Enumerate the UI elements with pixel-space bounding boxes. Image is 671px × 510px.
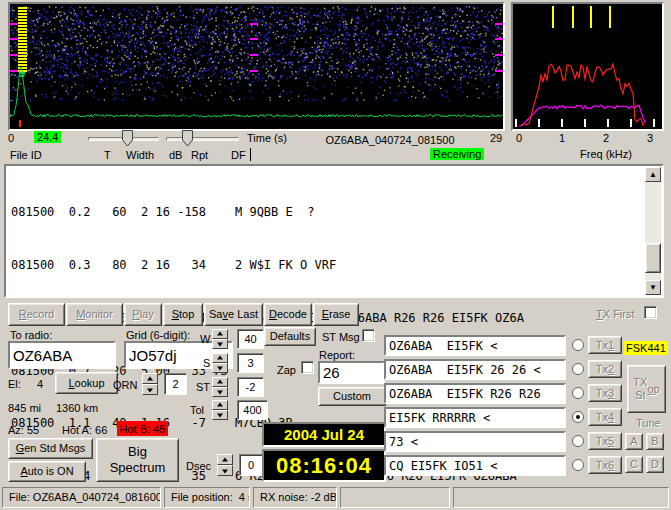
slider-thumb-1[interactable] [122,130,133,147]
s-value[interactable]: 3 [237,353,264,373]
tol-label: Tol [190,404,204,416]
s-label: S [203,357,210,369]
tx-radio-4[interactable] [572,411,584,423]
tx1-button[interactable]: Tx1 [588,336,622,354]
tx-radio-3[interactable] [572,387,584,399]
tx-radio-6[interactable] [572,459,584,471]
waterfall-frame [8,2,505,131]
custom-button[interactable]: Custom [318,387,386,406]
to-radio-label: To radio: [10,329,52,341]
scrollbar[interactable]: ▲ ▼ [645,167,661,295]
tx-message-3[interactable] [384,383,566,404]
tune-a-button[interactable]: A [625,433,643,450]
tune-c-button[interactable]: C [625,456,643,473]
w-value[interactable]: 40 [237,329,264,349]
status-panel-empty-1 [340,487,450,508]
col-t: T [104,149,111,161]
slider-track-2[interactable] [166,137,239,141]
tx2-button[interactable]: Tx2 [588,360,622,378]
w-spinner[interactable] [212,329,228,349]
play-button[interactable]: Play [124,303,162,326]
freq-tick-0: 0 [516,132,522,144]
waterfall-display[interactable] [10,4,503,129]
tx-radio-5[interactable] [572,435,584,447]
distance-km: 1360 km [56,402,98,414]
tx-radio-2[interactable] [572,363,584,375]
status-receiving-badge: Receiving [430,148,484,160]
report-label: Report: [319,349,355,361]
big-spectrum-button[interactable]: BigSpectrum [96,438,179,482]
erase-button[interactable]: Erase [313,303,359,326]
tx-stop-button[interactable]: TXStop [627,365,666,413]
s-spinner[interactable] [212,353,228,373]
defaults-button[interactable]: Defaults [264,327,316,346]
decode-button[interactable]: Decode [264,303,312,326]
decode-line: 081500 0.3 80 2 16 34 2 W$I FK O VRF [11,257,538,275]
scroll-up-icon[interactable]: ▲ [645,167,661,182]
qrn-value[interactable]: 2 [164,373,187,395]
dsec-value[interactable]: 0 [239,454,263,476]
wsjt-window: { "scale": { "t0": "0", "cursor": "24.4"… [0,0,671,510]
status-rx-noise: RX noise: -2 dB [253,487,337,508]
save-last-button[interactable]: Save Last [204,303,263,326]
dsec-label: Dsec [186,460,211,472]
tune-b-button[interactable]: B [646,433,664,450]
col-width: Width [126,149,154,161]
st-spinner[interactable] [212,377,228,397]
monitor-button[interactable]: Monitor [66,303,123,326]
tx-message-2[interactable] [384,359,566,380]
stop-button[interactable]: Stop [163,303,203,326]
tol-value[interactable]: 400 [237,400,268,420]
auto-button[interactable]: Auto is ON [8,461,86,482]
tx3-button[interactable]: Tx3 [588,384,622,402]
freq-spectrum-frame [511,2,664,131]
dsec-spinner[interactable] [217,454,233,476]
cursor-time-badge: 24.4 [34,131,61,143]
st-msg-checkbox[interactable] [362,329,375,342]
tx-message-4[interactable] [384,407,566,428]
st-msg-label: ST Msg [322,331,360,343]
decoded-text-area[interactable]: 081500 0.2 60 2 16 -158 M 9QBB E ? 08150… [4,164,664,298]
mode-badge: FSK441 [624,341,668,355]
st-value[interactable]: -2 [237,377,264,397]
tol-spinner[interactable] [212,400,228,420]
scrollbar-thumb[interactable] [645,243,661,273]
status-panel-empty-2 [453,487,669,508]
col-db: dB [169,149,182,161]
tx-message-5[interactable] [384,431,566,452]
tx-first-checkbox[interactable] [644,306,657,319]
time-axis-label: Time (s) [247,132,287,144]
tx-message-6[interactable] [384,455,566,476]
clock-time: 08:16:04 [262,449,386,482]
to-radio-input[interactable] [8,341,116,369]
tx6-button[interactable]: Tx6 [588,456,622,474]
record-button[interactable]: Record [8,303,65,326]
col-df: DF [231,149,246,161]
lookup-button[interactable]: Lookup [55,372,118,394]
col-file-id: File ID [10,149,42,161]
time-axis-max: 29 [490,132,502,144]
tx-first-label: TX First [596,308,635,320]
col-rpt: Rpt [191,149,208,161]
tune-d-button[interactable]: D [646,456,664,473]
tx-radio-1[interactable] [572,339,584,351]
freq-axis-label: Freq (kHz) [556,148,656,160]
zap-label: Zap [277,364,296,376]
w-label: W [200,333,210,345]
azimuth: Az: 55 [8,424,39,436]
report-input[interactable] [318,361,385,384]
gen-std-msgs-button[interactable]: Gen Std Msgs [8,438,93,459]
tx5-button[interactable]: Tx5 [588,432,622,450]
slider-thumb-2[interactable] [182,130,193,147]
status-file: File: OZ6ABA_040724_081600 [2,487,161,508]
clock-date: 2004 Jul 24 [262,422,386,447]
tx4-button[interactable]: Tx4 [588,408,622,426]
time-axis-min: 0 [8,132,14,144]
zap-checkbox[interactable] [301,361,314,374]
hot-a: Hot A: 66 [62,424,107,436]
tx-message-1[interactable] [384,335,566,356]
text-cursor [250,148,251,161]
scroll-down-icon[interactable]: ▼ [645,280,661,295]
st-label: ST [196,381,210,393]
qrn-spinner[interactable] [142,373,158,395]
